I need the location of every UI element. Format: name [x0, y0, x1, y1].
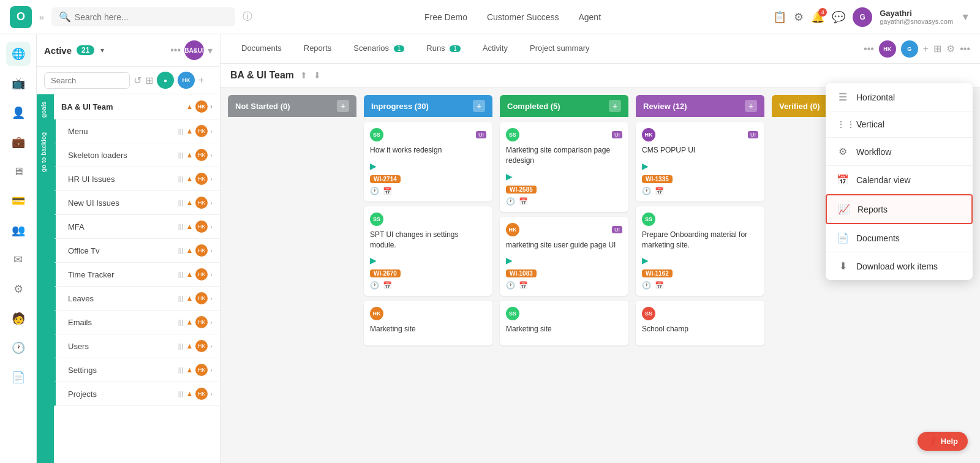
board-more-icon[interactable]: •••: [960, 43, 970, 55]
list-item[interactable]: Office Tv ||| ▲ HK ›: [54, 239, 220, 263]
active-dropdown[interactable]: ▾: [100, 46, 104, 55]
free-demo-link[interactable]: Free Demo: [424, 12, 467, 22]
documents-option[interactable]: 📄 Documents: [826, 224, 973, 252]
backlog-tab[interactable]: go to backlog: [37, 125, 54, 179]
sidebar-item-tv[interactable]: 📺: [6, 71, 31, 96]
header-chevron[interactable]: ›: [210, 102, 213, 111]
play-icon[interactable]: ▶: [370, 161, 377, 171]
play-icon[interactable]: ▶: [506, 255, 513, 265]
calendar-option[interactable]: 📅 Calendar view: [826, 166, 973, 194]
board-header-actions: ••• HK G + ⊞ ⚙ •••: [864, 40, 970, 58]
item-icons: ||| ▲ HK ›: [178, 340, 213, 352]
tab-documents[interactable]: Documents: [230, 35, 293, 62]
sidebar-item-settings[interactable]: ⚙: [6, 277, 31, 301]
tab-runs[interactable]: Runs 1: [415, 35, 472, 62]
board-settings-icon[interactable]: ⚙: [946, 43, 955, 55]
sidebar-item-people[interactable]: 👥: [6, 218, 31, 243]
list-item[interactable]: Projects ||| ▲ HK ›: [54, 382, 220, 406]
list-item[interactable]: Time Tracker ||| ▲ HK ›: [54, 263, 220, 287]
filter-board-icon[interactable]: ⊞: [933, 43, 941, 55]
help-button[interactable]: ❓ Help: [918, 432, 968, 451]
search-bar[interactable]: 🔍: [51, 7, 235, 26]
play-icon[interactable]: ▶: [642, 255, 649, 265]
add-card-inprogress[interactable]: +: [473, 100, 485, 112]
active-label: Active: [44, 45, 72, 56]
card-school-champ[interactable]: SS School champ: [636, 301, 764, 345]
more-icon[interactable]: •••: [170, 45, 181, 56]
search-input[interactable]: [75, 12, 228, 22]
card-school-champ-comp[interactable]: SS Marketing site: [500, 301, 628, 345]
card-marketing-site-ip[interactable]: HK Marketing site: [364, 301, 492, 345]
horizontal-option[interactable]: ☰ Horizontal: [826, 83, 973, 111]
sidebar-item-monitor[interactable]: 🖥: [6, 159, 31, 184]
card-marketing-guide[interactable]: HK UI marketing site user guide page UI …: [500, 217, 628, 296]
nav-chevron[interactable]: »: [39, 12, 44, 22]
message-icon[interactable]: 💬: [832, 10, 845, 24]
item-icons: ||| ▲ HK ›: [178, 197, 213, 209]
list-item[interactable]: Menu ||| ▲ HK ›: [54, 119, 220, 143]
item-label: Office Tv: [68, 246, 100, 255]
add-card-not-started[interactable]: +: [337, 100, 349, 112]
user-filter-avatar[interactable]: HK: [178, 72, 195, 89]
settings-icon[interactable]: ⚙: [794, 10, 804, 24]
card-onboarding[interactable]: SS Prepare Onboarding material for marke…: [636, 206, 764, 296]
download-option[interactable]: ⬇ Download work items: [826, 252, 973, 280]
tab-scenarios[interactable]: Scenarios 1: [342, 35, 415, 62]
user-avatar[interactable]: G: [853, 7, 872, 27]
card-how-it-works[interactable]: SS UI How it works redesign ▶ WI-2714 🕐 …: [364, 122, 492, 201]
list-item[interactable]: MFA ||| ▲ HK ›: [54, 215, 220, 239]
sidebar-search-input[interactable]: [44, 72, 130, 89]
list-item[interactable]: Emails ||| ▲ HK ›: [54, 311, 220, 334]
card-cms-popup[interactable]: HK UI CMS POPUP UI ▶ WI-1335 🕐 📅: [636, 122, 764, 201]
add-card-review[interactable]: +: [745, 100, 757, 112]
add-card-completed[interactable]: +: [609, 100, 621, 112]
board-header-avatar-g[interactable]: G: [901, 40, 918, 58]
sidebar-item-user[interactable]: 👤: [6, 100, 31, 125]
workflow-option[interactable]: ⚙ Workflow: [826, 138, 973, 166]
tab-project-summary[interactable]: Project summary: [519, 35, 601, 62]
list-item[interactable]: HR UI Issues ||| ▲ HK ›: [54, 167, 220, 191]
team-avatar[interactable]: BA&UI: [184, 40, 204, 60]
add-member-icon[interactable]: +: [923, 43, 929, 55]
list-item[interactable]: Settings ||| ▲ HK ›: [54, 358, 220, 382]
sidebar-item-email[interactable]: ✉: [6, 247, 31, 272]
item-avatar: HK: [195, 149, 208, 161]
sidebar-item-clock[interactable]: 🕐: [6, 336, 31, 360]
agent-link[interactable]: Agent: [578, 12, 601, 22]
sidebar-item-file[interactable]: 📄: [6, 365, 31, 390]
sidebar-item-globe[interactable]: 🌐: [6, 42, 31, 66]
sidebar-item-person[interactable]: 🧑: [6, 306, 31, 331]
list-item[interactable]: Leaves ||| ▲ HK ›: [54, 287, 220, 311]
download-icon[interactable]: ⬇: [314, 70, 321, 80]
tab-activity[interactable]: Activity: [472, 35, 519, 62]
upload-icon[interactable]: ⬆: [300, 70, 307, 80]
more-options-icon[interactable]: •••: [864, 43, 874, 55]
doc-icon[interactable]: 📋: [773, 10, 786, 24]
filter-icon[interactable]: ⊞: [145, 75, 153, 86]
goals-tab[interactable]: goals: [37, 94, 54, 125]
sidebar-item-card[interactable]: 💳: [6, 189, 31, 213]
card-marketing-comparison[interactable]: SS UI Marketing site comparison page red…: [500, 122, 628, 212]
play-icon[interactable]: ▶: [506, 171, 513, 181]
play-icon[interactable]: ▶: [370, 255, 377, 265]
sidebar-header-item[interactable]: BA & UI Team ▲ HK ›: [54, 94, 220, 119]
user-dropdown-arrow[interactable]: ▼: [960, 12, 970, 23]
tab-reports[interactable]: Reports: [293, 35, 343, 62]
vertical-option[interactable]: ⋮⋮⋮ Vertical: [826, 111, 973, 138]
app-logo[interactable]: O: [10, 6, 32, 28]
bars-icon: |||: [178, 366, 184, 374]
add-filter-icon[interactable]: +: [198, 75, 204, 86]
list-item[interactable]: Users ||| ▲ HK ›: [54, 334, 220, 358]
notification-icon[interactable]: 🔔4: [811, 10, 824, 24]
list-item[interactable]: Skeleton loaders ||| ▲ HK ›: [54, 143, 220, 167]
reports-option[interactable]: 📈 Reports: [826, 194, 973, 224]
sidebar-item-briefcase[interactable]: 💼: [6, 130, 31, 154]
dropdown-icon[interactable]: ▾: [208, 45, 213, 56]
card-spt-ui[interactable]: SS SPT UI changes in settings module. ▶ …: [364, 206, 492, 296]
info-icon[interactable]: ⓘ: [243, 10, 252, 23]
customer-success-link[interactable]: Customer Success: [487, 12, 559, 22]
play-icon[interactable]: ▶: [642, 161, 649, 171]
list-item[interactable]: New UI Issues ||| ▲ HK ›: [54, 191, 220, 215]
board-header-avatar-hk[interactable]: HK: [879, 40, 896, 58]
refresh-icon[interactable]: ↺: [134, 75, 141, 86]
